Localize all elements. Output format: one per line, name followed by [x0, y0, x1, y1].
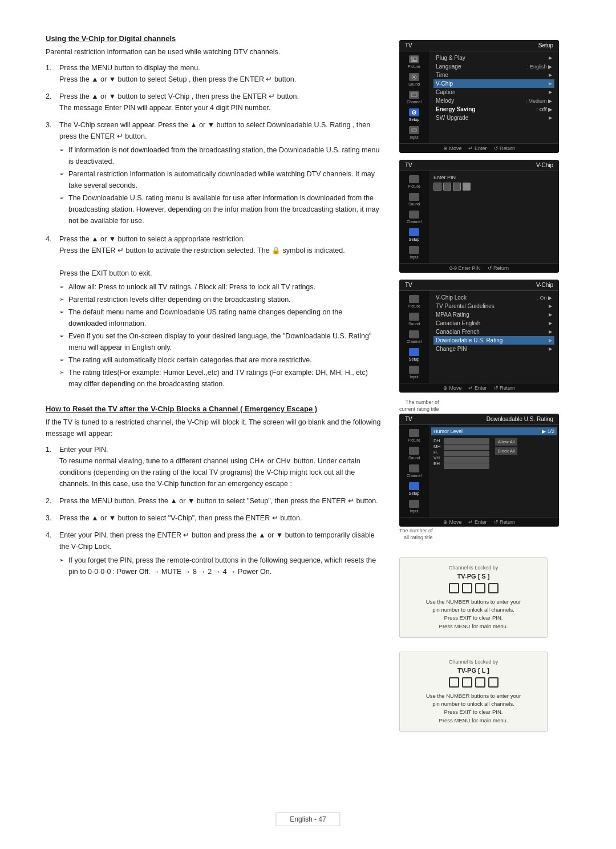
vchip-pin-main: Enter PIN	[429, 171, 559, 263]
picture-icon	[409, 55, 419, 63]
pin-boxes	[433, 183, 471, 191]
vchip-menu-footer: ⊕ Move ↵ Enter ↺ Return	[399, 383, 559, 393]
dl-sb-channel: Channel	[400, 463, 428, 479]
step-3-bullet-2: Parental restriction information is auto…	[59, 168, 382, 191]
vchip-menu-sidebar: Picture Sound Channel Setup	[399, 291, 429, 383]
section1-intro: Parental restriction information can be …	[46, 46, 382, 58]
setup-menu-container: TV Setup Picture	[399, 40, 576, 153]
step-2-num: 2.	[46, 91, 55, 114]
sidebar-picture: Picture	[400, 54, 428, 70]
enter-pin-label: Enter PIN	[433, 175, 456, 180]
canadian-english-item: Canadian English▶	[433, 319, 554, 328]
mpaa-rating-item: MPAA Rating▶	[433, 310, 554, 319]
menu-sw-upgrade: SW Upgrade▶	[433, 114, 554, 122]
vchip-sb-setup: Setup	[400, 346, 428, 363]
s2-step-2: 2. Press the MENU button. Press the ▲ or…	[46, 495, 382, 507]
rating-bar-mh	[444, 444, 489, 450]
setup-menu-body: Picture Sound Channel	[399, 51, 559, 143]
setup-tv-label: TV	[405, 42, 412, 48]
s2-step-1: 1. Enter your PIN. To resume normal view…	[46, 444, 382, 490]
downloadable-rating-item: Downloadable U.S. Rating▶	[433, 336, 554, 345]
rating-note-bottom: The number ofall rating title	[399, 528, 433, 541]
vchip-pin-title: V-Chip	[536, 162, 553, 168]
menu-vchip: V-Chip▶	[433, 79, 554, 88]
step-3-bullet-1: If information is not downloaded from th…	[59, 144, 382, 167]
block-all-btn[interactable]: Block All	[495, 447, 517, 455]
step-4-bullet-3: The default menu name and Downloadable U…	[59, 306, 382, 329]
humor-level-value: ▶ 1/2	[542, 428, 554, 434]
vchip-menu-tv-label: TV	[405, 282, 412, 288]
step-3-content: The V-Chip screen will appear. Press the…	[59, 119, 382, 228]
step-4-bullet-2: Parental restriction levels differ depen…	[59, 294, 382, 305]
vchip-pin-header: TV V-Chip	[399, 160, 559, 171]
step-4-num: 4.	[46, 233, 55, 391]
s2-step-4-bullets: If you forget the PIN, press the remote-…	[59, 555, 382, 577]
vchip-pin-container: TV V-Chip Picture Sound	[399, 160, 576, 273]
setup-icon	[409, 108, 419, 116]
locked-box-2c	[475, 677, 485, 688]
step-3-bullets: If information is not downloaded from th…	[59, 144, 382, 227]
locked-rating-2: TV-PG [ L ]	[409, 667, 538, 674]
setup-main-content: Plug & Play▶ Language: English ▶ Time▶ V…	[429, 51, 559, 143]
sidebar-setup: Setup	[400, 107, 428, 123]
vchip-pin-body: Picture Sound Channel Setup	[399, 171, 559, 263]
svg-rect-5	[411, 93, 417, 96]
svg-point-4	[413, 76, 415, 78]
locked-text-1: Use the NUMBER buttons to enter your pin…	[409, 598, 538, 630]
locked-boxes-2	[409, 677, 538, 688]
rating-bar-h	[444, 451, 489, 456]
page-footer: English - 47	[275, 812, 340, 826]
allow-block-buttons: Allow All Block All	[495, 438, 517, 469]
vchip-sb-channel: Channel	[400, 329, 428, 345]
dl-tv-label: TV	[405, 416, 412, 422]
locked-boxes-1	[409, 583, 538, 593]
dl-menu-footer: ⊕ Move ↵ Enter ↺ Return	[399, 517, 559, 527]
downloadable-rating-container: The number ofcurrent rating title TV Dow…	[399, 399, 576, 541]
menu-language: Language: English ▶	[433, 62, 554, 71]
section1-steps: 1. Press the MENU button to display the …	[46, 62, 382, 391]
step-2-content: Press the ▲ or ▼ button to select V-Chip…	[59, 91, 382, 114]
dl-title: Downloadable U.S. Rating	[487, 416, 553, 422]
step-4: 4. Press the ▲ or ▼ button to select a a…	[46, 233, 382, 391]
setup-title-label: Setup	[538, 42, 553, 48]
vchip-menu-header: TV V-Chip	[399, 280, 559, 291]
section1-heading: Using the V-Chip for Digital channels	[46, 34, 382, 43]
step-4-bullet-4: Even if you set the On-screen display to…	[59, 330, 382, 353]
svg-rect-9	[412, 129, 416, 131]
sidebar-sound: Sound	[400, 71, 428, 88]
rating-bar-eh	[444, 463, 489, 469]
vchip-pin-sidebar-picture: Picture	[400, 173, 428, 190]
left-column: Using the V-Chip for Digital channels Pa…	[46, 34, 382, 815]
rating-bar-dh	[444, 438, 489, 444]
menu-energy-saving: Energy Saving: Off ▶	[433, 105, 554, 114]
tv-parental-item: TV Parental Guidelines▶	[433, 302, 554, 310]
dl-sb-setup: Setup	[400, 480, 428, 497]
pin-box-2	[443, 183, 451, 191]
vchip-pin-tv-label: TV	[405, 162, 412, 168]
step-4-bullet-5: The rating will automatically block cert…	[59, 354, 382, 366]
rating-bars	[444, 438, 489, 469]
footer-label: English - 47	[290, 815, 326, 823]
s2-step-4-bullet-1: If you forget the PIN, press the remote-…	[59, 555, 382, 577]
channel-locked-2: Channel Is Locked by TV-PG [ L ] Use the…	[399, 652, 548, 732]
menu-caption: Caption▶	[433, 88, 554, 96]
section2: How to Reset the TV after the V-Chip Blo…	[46, 405, 382, 579]
step-1: 1. Press the MENU button to display the …	[46, 62, 382, 85]
menu-time: Time▶	[433, 71, 554, 79]
vchip-pin-sidebar-input: Input	[400, 244, 428, 261]
allow-all-btn[interactable]: Allow All	[495, 438, 517, 446]
menu-plug-play: Plug & Play▶	[433, 54, 554, 62]
step-4-content: Press the ▲ or ▼ button to select a appr…	[59, 233, 382, 391]
input-icon	[409, 126, 419, 134]
setup-menu-header: TV Setup	[399, 40, 559, 51]
pin-box-1	[433, 183, 441, 191]
vchip-sb-input: Input	[400, 364, 428, 381]
channel-icon	[409, 91, 419, 99]
downloadable-menu: TV Downloadable U.S. Rating Picture Soun…	[399, 414, 559, 527]
locked-box-1d	[488, 583, 499, 593]
step-3-num: 3.	[46, 119, 55, 228]
locked-box-2b	[462, 677, 472, 688]
locked-title-2: Channel Is Locked by	[409, 659, 538, 665]
vchip-menu: TV V-Chip Picture Sound	[399, 280, 559, 393]
setup-menu: TV Setup Picture	[399, 40, 559, 153]
